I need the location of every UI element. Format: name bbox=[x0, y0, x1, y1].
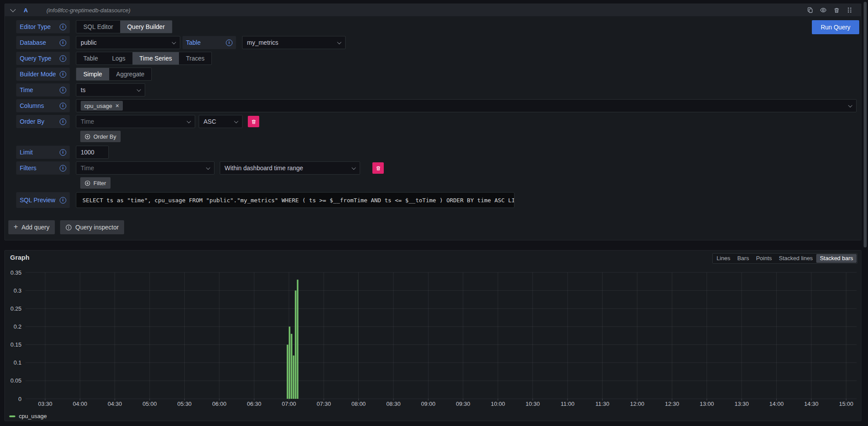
chevron-down-icon bbox=[234, 119, 239, 123]
duplicate-query-icon[interactable] bbox=[807, 7, 814, 14]
order-by-direction-select[interactable]: ASC bbox=[199, 115, 243, 128]
svg-text:0.05: 0.05 bbox=[11, 377, 21, 384]
add-filter-button[interactable]: Filter bbox=[80, 177, 111, 189]
builder-mode-aggregate[interactable]: Aggregate bbox=[109, 68, 152, 80]
editor-type-label: Editor Type i bbox=[16, 20, 70, 33]
info-icon[interactable]: i bbox=[60, 197, 66, 204]
column-chip-cpu-usage: cpu_usage ✕ bbox=[81, 101, 123, 111]
svg-text:07:00: 07:00 bbox=[282, 401, 296, 407]
builder-mode-simple[interactable]: Simple bbox=[76, 68, 109, 80]
chevron-down-icon bbox=[172, 40, 176, 44]
database-row: Database i public Table i my_metrics bbox=[16, 36, 857, 49]
query-type-logs[interactable]: Logs bbox=[105, 52, 132, 64]
delete-query-trash-icon[interactable] bbox=[833, 7, 840, 14]
svg-text:10:00: 10:00 bbox=[491, 401, 505, 407]
collapse-chevron-icon[interactable] bbox=[10, 7, 16, 12]
info-icon[interactable]: i bbox=[60, 24, 66, 30]
query-type-table[interactable]: Table bbox=[76, 52, 105, 64]
run-query-button[interactable]: Run Query bbox=[812, 20, 859, 34]
columns-multiselect[interactable]: cpu_usage ✕ bbox=[76, 99, 857, 112]
order-by-add-row: Order By bbox=[80, 131, 857, 142]
query-editor-body: Run Query Editor Type i SQL Editor Query… bbox=[5, 16, 861, 234]
limit-row: Limit i 1000 bbox=[16, 146, 857, 159]
database-label: Database i bbox=[16, 36, 70, 49]
svg-text:11:00: 11:00 bbox=[561, 401, 575, 407]
svg-text:13:30: 13:30 bbox=[735, 401, 749, 407]
remove-icon[interactable]: ✕ bbox=[115, 103, 119, 109]
table-select[interactable]: my_metrics bbox=[242, 36, 346, 49]
style-bars[interactable]: Bars bbox=[734, 254, 753, 263]
svg-text:0.3: 0.3 bbox=[14, 287, 21, 294]
info-icon[interactable]: i bbox=[60, 39, 66, 46]
columns-row: Columns i cpu_usage ✕ bbox=[16, 99, 857, 112]
sql-preview-label: SQL Preview i bbox=[16, 192, 70, 208]
svg-text:0.1: 0.1 bbox=[14, 359, 21, 366]
filter-condition-select[interactable]: Within dashboard time range bbox=[220, 161, 360, 175]
remove-order-by-button[interactable] bbox=[248, 116, 259, 127]
query-editor-panel: A (info8fcc-greptimedb-datasource) bbox=[4, 4, 861, 240]
info-icon[interactable]: i bbox=[60, 55, 66, 62]
builder-mode-row: Builder Mode i Simple Aggregate bbox=[16, 68, 857, 81]
info-icon[interactable]: i bbox=[60, 103, 66, 109]
query-ref-id[interactable]: A bbox=[24, 7, 28, 14]
plus-icon: + bbox=[14, 222, 18, 231]
page-scrollbar[interactable] bbox=[864, 2, 867, 247]
remove-filter-button[interactable] bbox=[372, 162, 384, 174]
grafana-query-editor-page: A (info8fcc-greptimedb-datasource) bbox=[0, 0, 868, 426]
filters-label: Filters i bbox=[16, 161, 70, 175]
database-select[interactable]: public bbox=[76, 36, 180, 49]
editor-type-sql-editor[interactable]: SQL Editor bbox=[76, 21, 120, 33]
graph-panel-title: Graph bbox=[10, 254, 29, 261]
query-actions bbox=[807, 7, 853, 14]
builder-mode-switch: Simple Aggregate bbox=[76, 68, 152, 81]
time-row: Time i ts bbox=[16, 83, 857, 97]
info-icon[interactable]: i bbox=[60, 87, 66, 93]
limit-input[interactable]: 1000 bbox=[76, 146, 109, 159]
filter-column-select[interactable]: Time bbox=[76, 161, 214, 175]
editor-type-query-builder[interactable]: Query Builder bbox=[120, 21, 172, 33]
chevron-down-icon bbox=[137, 87, 141, 92]
svg-text:0.25: 0.25 bbox=[11, 305, 21, 312]
query-type-label: Query Type i bbox=[16, 52, 70, 65]
add-query-button[interactable]: + Add query bbox=[8, 220, 55, 234]
filter-add-row: Filter bbox=[80, 177, 857, 189]
info-icon[interactable]: i bbox=[60, 149, 66, 156]
chart-plot[interactable]: 00.050.10.150.20.250.30.3503:3004:0004:3… bbox=[5, 266, 862, 412]
style-stacked-lines[interactable]: Stacked lines bbox=[775, 254, 816, 263]
svg-text:06:30: 06:30 bbox=[247, 401, 261, 407]
query-footer: + Add query Query inspector bbox=[8, 220, 857, 234]
builder-mode-label: Builder Mode i bbox=[16, 68, 70, 81]
query-inspector-button[interactable]: Query inspector bbox=[60, 220, 124, 234]
svg-text:14:00: 14:00 bbox=[769, 401, 784, 407]
style-stacked-bars[interactable]: Stacked bars bbox=[816, 254, 857, 263]
graph-legend: cpu_usage bbox=[9, 413, 47, 419]
legend-series-cpu-usage[interactable]: cpu_usage bbox=[19, 413, 47, 419]
svg-text:04:00: 04:00 bbox=[73, 401, 87, 407]
sql-preview-row: SQL Preview i SELECT ts as "time", cpu_u… bbox=[16, 192, 857, 208]
columns-label: Columns i bbox=[16, 99, 70, 112]
drag-handle-icon[interactable] bbox=[846, 7, 853, 14]
hide-query-eye-icon[interactable] bbox=[820, 7, 827, 14]
plus-circle-icon bbox=[85, 180, 90, 186]
svg-text:04:30: 04:30 bbox=[108, 401, 122, 407]
order-by-row: Order By i Time ASC bbox=[16, 115, 857, 128]
time-column-select[interactable]: ts bbox=[76, 83, 145, 97]
add-order-by-button[interactable]: Order By bbox=[80, 131, 121, 142]
query-type-row: Query Type i Table Logs Time Series Trac… bbox=[16, 52, 857, 65]
svg-text:0.15: 0.15 bbox=[11, 341, 21, 348]
info-icon[interactable]: i bbox=[226, 39, 232, 46]
svg-text:08:30: 08:30 bbox=[386, 401, 401, 407]
info-icon[interactable]: i bbox=[60, 71, 66, 78]
plus-circle-icon bbox=[85, 134, 90, 140]
style-points[interactable]: Points bbox=[753, 254, 775, 263]
order-by-column-select[interactable]: Time bbox=[76, 115, 195, 128]
time-label: Time i bbox=[16, 83, 70, 97]
query-type-time-series[interactable]: Time Series bbox=[132, 52, 179, 64]
style-lines[interactable]: Lines bbox=[713, 254, 734, 263]
info-icon[interactable]: i bbox=[60, 165, 66, 172]
info-icon[interactable]: i bbox=[60, 118, 66, 125]
query-type-traces[interactable]: Traces bbox=[179, 52, 211, 64]
editor-type-switch: SQL Editor Query Builder bbox=[76, 20, 172, 33]
svg-text:07:30: 07:30 bbox=[317, 401, 331, 407]
chevron-down-icon bbox=[206, 165, 211, 170]
